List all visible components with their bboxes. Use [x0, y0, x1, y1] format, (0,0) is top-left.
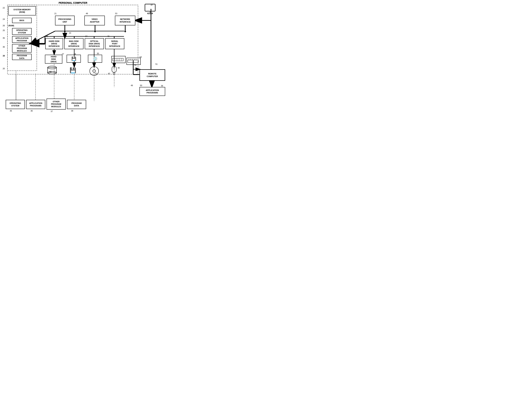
ref-23: 23	[69, 32, 71, 34]
pc-title: PERSONAL COMPUTER	[59, 1, 87, 4]
ref-48: 48	[86, 12, 88, 15]
ref-36-rem: 36	[161, 85, 163, 87]
ref-50: 50	[140, 84, 142, 86]
svg-point-66	[93, 70, 96, 72]
other-program-modules-box: OTHERPROGRAMMODULES	[12, 44, 32, 52]
ref-24: 24	[3, 18, 5, 20]
program-data-label: PROGRAMDATA	[17, 54, 27, 60]
mag-interface-box: MAG DISKDRIVEINTERFACE	[64, 38, 83, 49]
os-bottom-box: OPERATINGSYSTEM	[6, 100, 25, 109]
mag-disk-drive-icon: 💾	[67, 55, 81, 63]
bios-label: BIOS	[20, 19, 24, 22]
ref-38-bot: 38	[71, 110, 73, 112]
application-program-box: APPLICATIONPROGRAM	[12, 36, 32, 43]
system-memory-label: SYSTEM MEMORY(ROM)	[14, 8, 31, 14]
cd-icon	[88, 66, 100, 76]
hdd-interface-box: HARD DISKDRIVEINTERFACE	[45, 38, 63, 49]
network-interface-box: NETWORKINTERFACE	[115, 16, 135, 25]
remote-computer-box: REMOTECOMPUTER	[139, 69, 165, 81]
ref-51: 51	[155, 63, 158, 65]
ref-21: 21	[54, 12, 56, 15]
floppy-icon: 💾	[68, 66, 78, 75]
optical-interface-label: OPTICALDISK DRIVEINTERFACE	[89, 40, 100, 48]
router-icon	[127, 58, 141, 65]
system-memory-box: SYSTEM MEMORY(ROM)	[8, 6, 36, 15]
svg-point-69	[113, 73, 115, 75]
ref-38: 38	[3, 55, 5, 57]
app-programs-bottom-box: APPLICATIONPROGRAMS	[26, 100, 45, 109]
svg-marker-50	[64, 31, 66, 32]
ref-35-bot: 35	[10, 110, 12, 112]
serial-device-icon	[111, 56, 126, 63]
ref-52: 52	[134, 64, 136, 66]
bios-box: BIOS	[12, 18, 32, 23]
ref-40: 40	[118, 67, 120, 69]
ref-22: 22	[3, 7, 5, 9]
svg-point-65	[90, 67, 98, 75]
ref-26: 26	[3, 24, 5, 27]
ref-53: 53	[115, 12, 117, 15]
ref-47: 47	[151, 4, 153, 6]
svg-rect-81	[128, 60, 138, 62]
os-bottom-label: OPERATINGSYSTEM	[10, 102, 21, 107]
ref-37-bot: 37	[51, 110, 53, 112]
ref-35: 35	[3, 37, 5, 39]
video-adapter-label: VIDEOADAPTER	[90, 18, 99, 23]
svg-marker-56	[124, 31, 126, 32]
video-adapter-box: VIDEOADAPTER	[84, 16, 105, 25]
other-modules-bottom-label: OTHERPROGRAMMODULES	[51, 100, 61, 108]
ref-54: 54	[140, 56, 142, 58]
serial-interface-label: SERIALPORTINTERFACE	[109, 40, 120, 48]
program-data-box: PROGRAMDATA	[12, 54, 32, 60]
ref-27: 27	[62, 53, 64, 55]
program-data-bottom-label: PROGRAMDATA	[71, 102, 82, 107]
app-programs-bottom-label: APPLICATIONPROGRAMS	[29, 102, 42, 107]
svg-rect-78	[145, 4, 155, 11]
hdd-interface-label: HARD DISKDRIVEINTERFACE	[49, 40, 60, 48]
svg-line-85	[134, 59, 135, 60]
operating-system-box: OPERATINGSYSTEM	[12, 28, 32, 35]
ref-20: 20	[3, 68, 5, 70]
application-programs-remote-box: APPLICATIONPROGRAMS	[139, 87, 165, 96]
ref-30: 30	[97, 52, 99, 54]
ref-36: 36	[3, 46, 5, 48]
ref-49: 49	[131, 84, 133, 86]
ref-46: 46	[107, 35, 109, 37]
optical-interface-box: OPTICALDISK DRIVEINTERFACE	[85, 38, 104, 49]
network-interface-label: NETWORKINTERFACE	[120, 18, 131, 23]
ref-36-bot: 36	[30, 110, 33, 112]
ref-25: 25	[3, 29, 5, 31]
other-modules-label: OTHERPROGRAMMODULES	[17, 45, 27, 52]
ref-33: 33	[64, 35, 67, 37]
hdd-label: HARDDISKDRIVE	[51, 55, 57, 63]
diagram: PERSONAL COMPUTER PERSONAL COMPUTER 20 S…	[0, 0, 171, 140]
hdd-cylinder-icon	[46, 66, 58, 75]
app-programs-remote-label: APPLICATIONPROGRAMS	[146, 89, 159, 94]
other-modules-bottom-box: OTHERPROGRAMMODULES	[46, 98, 66, 110]
os-label: OPERATINGSYSTEM	[16, 29, 28, 34]
svg-rect-80	[148, 13, 153, 14]
optical-disk-drive-icon: 💿	[88, 55, 102, 63]
svg-rect-63	[48, 68, 56, 73]
app-program-label: APPLICATIONPROGRAM	[15, 37, 28, 42]
ref-32: 32	[46, 35, 48, 37]
program-data-bottom-box: PROGRAMDATA	[67, 100, 86, 109]
svg-rect-77	[145, 4, 155, 11]
serial-interface-box: SERIALPORTINTERFACE	[105, 38, 124, 49]
hdd-box: HARDDISKDRIVE	[45, 55, 62, 64]
ram-label: (RAM)	[8, 24, 14, 27]
svg-line-82	[129, 59, 129, 60]
svg-line-84	[132, 59, 133, 60]
processing-unit-box: PROCESSINGUNIT	[55, 16, 75, 25]
ref-34: 34	[85, 35, 87, 37]
remote-computer-label: REMOTECOMPUTER	[147, 72, 158, 78]
svg-line-83	[131, 59, 131, 60]
svg-line-86	[136, 59, 136, 60]
processing-unit-label: PROCESSINGUNIT	[58, 18, 71, 23]
svg-marker-53	[94, 31, 96, 32]
mag-interface-label: MAG DISKDRIVEINTERFACE	[68, 40, 79, 48]
